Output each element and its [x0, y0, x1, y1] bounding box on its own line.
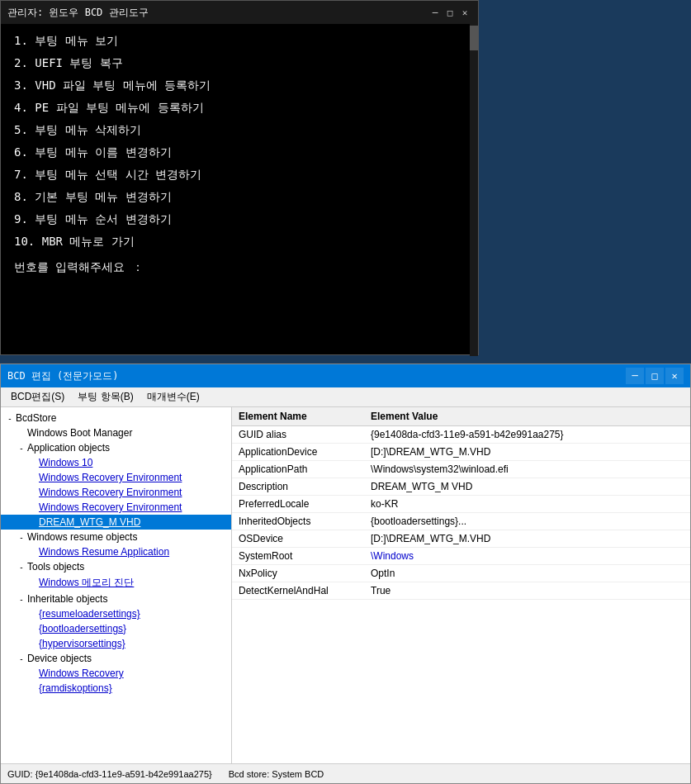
- tree-item-windows-boot-manager[interactable]: Windows Boot Manager: [1, 425, 231, 440]
- tree-item-application-objects[interactable]: - Application objects: [1, 440, 231, 455]
- statusbar-guid-label: GUID: {9e1408da-cfd3-11e9-a591-b42e991aa…: [7, 769, 212, 779]
- menu-parameters[interactable]: 매개변수(E): [140, 387, 206, 406]
- bcd-titlebar-buttons: ─ □ ✕: [626, 368, 684, 384]
- tree-label-memory: Windows 메모리 진단: [39, 576, 134, 590]
- expand-icon-tools: -: [16, 563, 27, 572]
- menu-item-7: 7. 부팅 메뉴 선택 시간 변경하기: [14, 166, 465, 183]
- tree-item-windows-resume-app[interactable]: Windows Resume Application: [1, 544, 231, 559]
- terminal-scrollbar-thumb[interactable]: [470, 26, 478, 50]
- detail-cell-value-7: \Windows: [364, 548, 690, 565]
- tree-item-ramdiskoptions[interactable]: {ramdiskoptions}: [1, 681, 231, 696]
- expand-icon-bcdstore: -: [4, 414, 16, 423]
- bcd-body: - BcdStore Windows Boot Manager - Applic…: [1, 407, 690, 763]
- bcd-title: BCD 편집 (전문가모드): [7, 369, 119, 383]
- tree-panel[interactable]: - BcdStore Windows Boot Manager - Applic…: [1, 407, 232, 763]
- tree-item-wre-3[interactable]: Windows Recovery Environment: [1, 500, 231, 515]
- terminal-prompt: 번호를 입력해주세요 ：: [14, 260, 465, 275]
- bcd-titlebar: BCD 편집 (전문가모드) ─ □ ✕: [1, 364, 690, 387]
- detail-cell-name-5: InheritedObjects: [232, 513, 364, 530]
- menu-item-5: 5. 부팅 메뉴 삭제하기: [14, 121, 465, 139]
- detail-row-1[interactable]: ApplicationDevice[D:]\DREAM_WTG_M.VHD: [232, 444, 690, 461]
- terminal-window: 관리자: 윈도우 BCD 관리도구 ─ □ ✕ 1. 부팅 메뉴 보기 2. U…: [0, 0, 479, 355]
- detail-cell-value-5: {bootloadersettings}...: [364, 513, 690, 530]
- tree-item-bcdstore[interactable]: - BcdStore: [1, 411, 231, 425]
- terminal-scrollbar[interactable]: [470, 24, 478, 356]
- menu-item-1: 1. 부팅 메뉴 보기: [14, 32, 465, 50]
- tree-label-hvs: {hypervisorsettings}: [39, 638, 125, 649]
- menu-boot-item[interactable]: 부팅 항목(B): [71, 387, 140, 406]
- menu-item-10: 10. MBR 메뉴로 가기: [14, 233, 465, 250]
- statusbar-bcd-store-label-text: Bcd store:: [229, 769, 270, 779]
- statusbar-guid-label-text: GUID:: [7, 769, 33, 779]
- tree-label-bcdstore: BcdStore: [16, 412, 56, 424]
- tree-item-windows-resume-objects[interactable]: - Windows resume objects: [1, 530, 231, 544]
- detail-cell-name-7: SystemRoot: [232, 548, 364, 565]
- detail-row-7[interactable]: SystemRoot\Windows: [232, 548, 690, 565]
- tree-label-wbm: Windows Boot Manager: [27, 427, 132, 439]
- detail-table: Element Name Element Value GUID alias{9e…: [232, 407, 690, 600]
- statusbar-guid-value: {9e1408da-cfd3-11e9-a591-b42e991aa275}: [35, 769, 212, 779]
- detail-cell-value-9: True: [364, 582, 690, 600]
- tree-item-windows-recovery[interactable]: Windows Recovery: [1, 666, 231, 681]
- expand-icon-app-obj: -: [16, 444, 27, 453]
- menu-item-6: 6. 부팅 메뉴 이름 변경하기: [14, 144, 465, 161]
- tree-label-win10: Windows 10: [39, 457, 92, 468]
- bcd-editor-window: BCD 편집 (전문가모드) ─ □ ✕ BCD편집(S) 부팅 항목(B) 매…: [0, 363, 691, 784]
- col-header-value: Element Value: [364, 407, 690, 426]
- terminal-close-button[interactable]: ✕: [458, 6, 471, 19]
- tree-label-app-obj: Application objects: [27, 442, 110, 454]
- detail-cell-name-3: Description: [232, 478, 364, 496]
- detail-cell-name-0: GUID alias: [232, 426, 364, 444]
- terminal-maximize-button[interactable]: □: [443, 6, 457, 19]
- detail-row-0[interactable]: GUID alias{9e1408da-cfd3-11e9-a591-b42e9…: [232, 426, 690, 444]
- tree-item-tools-objects[interactable]: - Tools objects: [1, 559, 231, 574]
- terminal-titlebar: 관리자: 윈도우 BCD 관리도구 ─ □ ✕: [1, 1, 478, 24]
- bcd-maximize-button[interactable]: □: [646, 368, 664, 384]
- tree-label-rdo: {ramdiskoptions}: [39, 682, 112, 694]
- detail-row-3[interactable]: DescriptionDREAM_WTG_M VHD: [232, 478, 690, 496]
- bcd-minimize-button[interactable]: ─: [626, 368, 644, 384]
- terminal-title: 관리자: 윈도우 BCD 관리도구: [7, 6, 149, 20]
- tree-label-bls: {bootloadersettings}: [39, 623, 126, 634]
- terminal-titlebar-buttons: ─ □ ✕: [428, 6, 471, 19]
- tree-item-windows-10[interactable]: Windows 10: [1, 455, 231, 470]
- tree-item-bootloadersettings[interactable]: {bootloadersettings}: [1, 621, 231, 636]
- detail-row-6[interactable]: OSDevice[D:]\DREAM_WTG_M.VHD: [232, 530, 690, 548]
- tree-item-hypervisorsettings[interactable]: {hypervisorsettings}: [1, 636, 231, 651]
- tree-item-dream-wtg[interactable]: DREAM_WTG_M VHD: [1, 515, 231, 530]
- menu-item-3: 3. VHD 파일 부팅 메뉴에 등록하기: [14, 77, 465, 94]
- tree-item-device-objects[interactable]: - Device objects: [1, 651, 231, 666]
- tree-item-wre-1[interactable]: Windows Recovery Environment: [1, 470, 231, 485]
- tree-item-wre-2[interactable]: Windows Recovery Environment: [1, 485, 231, 500]
- tree-item-windows-memory[interactable]: Windows 메모리 진단: [1, 574, 231, 592]
- tree-label-resume-obj: Windows resume objects: [27, 531, 137, 543]
- detail-cell-value-8: OptIn: [364, 565, 690, 582]
- menu-item-9: 9. 부팅 메뉴 순서 변경하기: [14, 211, 465, 228]
- detail-row-8[interactable]: NxPolicyOptIn: [232, 565, 690, 582]
- menu-bcd-edit[interactable]: BCD편집(S): [4, 387, 71, 406]
- tree-item-resumeloadersettings[interactable]: {resumeloadersettings}: [1, 606, 231, 621]
- tree-label-inheritable: Inheritable objects: [27, 593, 107, 605]
- detail-row-2[interactable]: ApplicationPath\Windows\system32\winload…: [232, 461, 690, 478]
- detail-cell-value-2: \Windows\system32\winload.efi: [364, 461, 690, 478]
- tree-item-inheritable-objects[interactable]: - Inheritable objects: [1, 592, 231, 606]
- statusbar-bcd-store-value: System BCD: [272, 769, 324, 779]
- tree-label-wre1: Windows Recovery Environment: [39, 472, 182, 483]
- bcd-menubar: BCD편집(S) 부팅 항목(B) 매개변수(E): [1, 387, 690, 407]
- detail-row-9[interactable]: DetectKernelAndHalTrue: [232, 582, 690, 600]
- expand-icon-resume-obj: -: [16, 533, 27, 542]
- terminal-content: 1. 부팅 메뉴 보기 2. UEFI 부팅 복구 3. VHD 파일 부팅 메…: [1, 24, 478, 354]
- detail-cell-value-0: {9e1408da-cfd3-11e9-a591-b42e991aa275}: [364, 426, 690, 444]
- detail-panel: Element Name Element Value GUID alias{9e…: [232, 407, 690, 763]
- tree-label-device: Device objects: [27, 653, 92, 664]
- bcd-close-button[interactable]: ✕: [665, 368, 684, 384]
- detail-row-4[interactable]: PreferredLocaleko-KR: [232, 496, 690, 513]
- terminal-minimize-button[interactable]: ─: [428, 6, 442, 19]
- detail-row-5[interactable]: InheritedObjects{bootloadersettings}...: [232, 513, 690, 530]
- tree-label-wre2: Windows Recovery Environment: [39, 487, 182, 498]
- detail-cell-value-6: [D:]\DREAM_WTG_M.VHD: [364, 530, 690, 548]
- menu-item-8: 8. 기본 부팅 메뉴 변경하기: [14, 188, 465, 206]
- detail-cell-value-3: DREAM_WTG_M VHD: [364, 478, 690, 496]
- tree-label-wre3: Windows Recovery Environment: [39, 501, 182, 513]
- col-header-name: Element Name: [232, 407, 364, 426]
